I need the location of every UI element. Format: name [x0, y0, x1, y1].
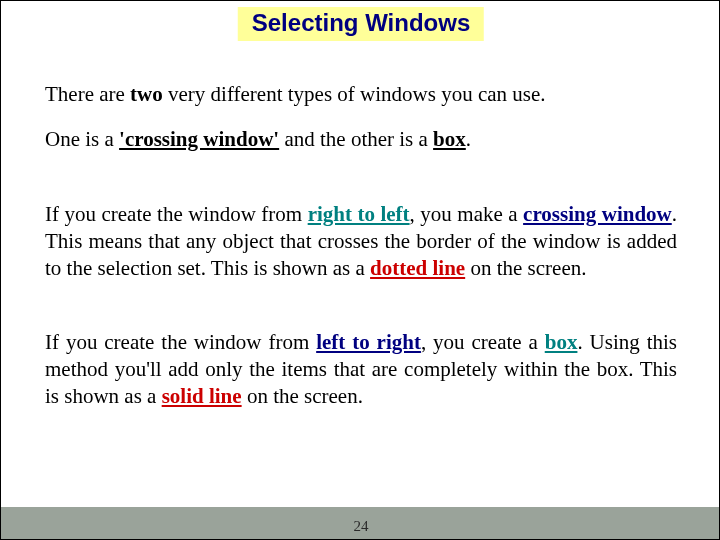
paragraph-4: If you create the window from left to ri… — [45, 329, 677, 410]
left-to-right-term: left to right — [316, 330, 421, 354]
crossing-window-term: crossing window — [523, 202, 672, 226]
spacer — [45, 299, 677, 329]
solid-line-term: solid line — [162, 384, 242, 408]
text: If you create the window from — [45, 330, 316, 354]
box-term: box — [545, 330, 578, 354]
bold-two: two — [130, 82, 163, 106]
text: One is a — [45, 127, 119, 151]
paragraph-1: There are two very different types of wi… — [45, 81, 677, 108]
paragraph-2: One is a 'crossing window' and the other… — [45, 126, 677, 153]
box-term: box — [433, 127, 466, 151]
slide-title: Selecting Windows — [238, 7, 484, 41]
text: very different types of windows you can … — [163, 82, 546, 106]
page-number: 24 — [354, 518, 369, 535]
text: . — [466, 127, 471, 151]
text: and the other is a — [279, 127, 433, 151]
crossing-window-term: 'crossing window' — [119, 127, 279, 151]
paragraph-3: If you create the window from right to l… — [45, 201, 677, 282]
text: , you make a — [410, 202, 524, 226]
text: on the screen. — [465, 256, 586, 280]
slide: Selecting Windows There are two very dif… — [1, 1, 720, 540]
text: , you create a — [421, 330, 545, 354]
slide-body: There are two very different types of wi… — [45, 81, 677, 428]
text: There are — [45, 82, 130, 106]
right-to-left-term: right to left — [308, 202, 410, 226]
spacer — [45, 171, 677, 201]
text: on the screen. — [242, 384, 363, 408]
dotted-line-term: dotted line — [370, 256, 465, 280]
text: If you create the window from — [45, 202, 308, 226]
